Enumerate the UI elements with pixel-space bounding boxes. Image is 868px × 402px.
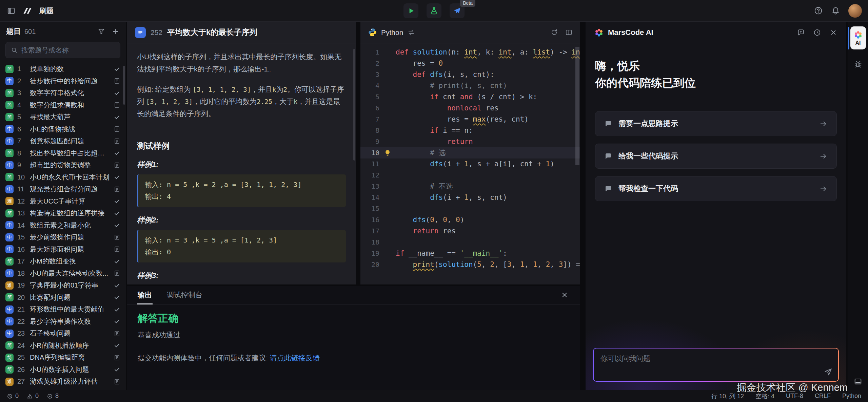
ai-suggestion-card[interactable]: 需要一点思路提示 — [595, 111, 837, 136]
problem-list-item[interactable]: 中16最大矩形面积问题 — [0, 244, 126, 256]
ai-greeting-line2: 你的代码陪练已到位 — [595, 75, 837, 91]
history-icon[interactable] — [813, 28, 821, 37]
ai-rail-button[interactable]: AI — [850, 26, 866, 49]
line-number: 20 — [360, 259, 379, 270]
problem-list-item[interactable]: 简4数字分组求偶数和 — [0, 99, 126, 111]
python-icon — [368, 28, 377, 37]
lightbulb-icon[interactable] — [379, 147, 396, 158]
problem-list-item[interactable]: 中7创意标题匹配问题 — [0, 135, 126, 147]
language-swap-icon[interactable] — [407, 28, 415, 36]
problem-list-item[interactable]: 简17小M的数组变换 — [0, 255, 126, 268]
close-output-icon[interactable] — [560, 291, 569, 300]
code-line: 7 res = max(res, cnt) — [360, 114, 580, 125]
check-icon — [114, 294, 120, 301]
problem-paragraphs: 小U找到这样的子序列，并且求出其中最长的子序列长度。如果无法找到平均数大于k的子… — [137, 51, 346, 120]
problem-list-item[interactable]: 中11观光景点组合得分问题 — [0, 183, 126, 195]
code-line: 20 print(solution(5, 2, [3, 1, 1, 2, 3])… — [360, 259, 580, 270]
problem-title: 小E的怪物挑战 — [30, 125, 110, 134]
sidebar-scrollbar[interactable] — [123, 66, 125, 105]
problem-list-item[interactable]: 简25DNA序列编辑距离 — [0, 352, 126, 364]
problem-list-item[interactable]: 中2徒步旅行中的补给问题 — [0, 75, 126, 87]
code-lines[interactable]: 1def solution(n: int, k: int, a: list) -… — [360, 43, 580, 270]
problem-title: 数组元素之和最小化 — [30, 221, 110, 230]
warnings-indicator[interactable]: 0 — [27, 393, 39, 400]
code-line: 16 dfs(0, 0, 0) — [360, 214, 580, 226]
panel-toggle-icon[interactable] — [854, 377, 862, 386]
problem-list-item[interactable]: 中14数组元素之和最小化 — [0, 219, 126, 232]
run-button[interactable] — [403, 3, 418, 18]
avatar[interactable] — [848, 4, 862, 18]
deploy-button[interactable]: Beta — [450, 3, 465, 18]
search-input[interactable] — [21, 46, 115, 54]
problem-list-item[interactable]: 简24小R的随机播放顺序 — [0, 340, 126, 352]
close-ai-icon[interactable] — [829, 28, 837, 37]
problem-list-item[interactable]: 中22最少字符串操作次数 — [0, 316, 126, 328]
problem-list-item[interactable]: 中21环形数组中的最大贡献值 — [0, 303, 126, 316]
ai-suggestion-card[interactable]: 帮我检查一下代码 — [595, 176, 837, 201]
problem-number: 24 — [17, 342, 26, 350]
problem-title: 最少前缀操作问题 — [30, 233, 110, 242]
check-icon — [114, 222, 120, 229]
marscode-ai-logo-icon — [594, 28, 604, 37]
problem-list-item[interactable]: 简5寻找最大葫芦 — [0, 111, 126, 123]
gutter-space — [379, 203, 396, 214]
ai-question-input[interactable] — [594, 348, 838, 381]
problem-list-item[interactable]: 难12最大UCC子串计算 — [0, 195, 126, 208]
problem-list-item[interactable]: 中23石子移动问题 — [0, 327, 126, 340]
line-number: 16 — [360, 214, 379, 226]
output-panel: 输出调试控制台 解答正确 恭喜成功通过 提交功能内测体验中，任何问题或者建议: … — [127, 286, 580, 390]
note-icon — [114, 246, 120, 253]
problem-paragraph: 小U找到这样的子序列，并且求出其中最长的子序列长度。如果无法找到平均数大于k的子… — [137, 51, 346, 75]
help-icon[interactable] — [814, 6, 823, 15]
problem-list-item[interactable]: 中6小E的怪物挑战 — [0, 123, 126, 135]
sidebar-toggle-icon[interactable] — [7, 6, 16, 15]
sample-input: 输入: n = 3 ,k = 5 ,a = [1, 2, 3] — [145, 234, 339, 246]
problem-number: 21 — [17, 305, 26, 313]
info-icon — [47, 393, 53, 399]
problem-list-item[interactable]: 中18小U的最大连续移动次数... — [0, 268, 126, 280]
ai-suggestion-card[interactable]: 给我一些代码提示 — [595, 144, 837, 169]
problem-title: 数字字符串格式化 — [30, 88, 110, 98]
feedback-link[interactable]: 请点此链接反馈 — [270, 354, 320, 362]
language-label[interactable]: Python — [381, 28, 403, 37]
problem-list-item[interactable]: 简20比赛配对问题 — [0, 292, 126, 304]
line-number: 2 — [360, 58, 379, 69]
difficulty-badge: 简 — [5, 89, 14, 97]
send-icon[interactable] — [824, 367, 833, 378]
editor-scrollbar[interactable] — [575, 47, 579, 165]
filter-icon[interactable] — [97, 27, 105, 36]
problem-list-item[interactable]: 难27游戏英雄升级潜力评估 — [0, 376, 126, 388]
problem-list-item[interactable]: 简1找单独的数 — [0, 63, 126, 75]
difficulty-badge: 难 — [5, 378, 14, 386]
new-chat-icon[interactable] — [797, 28, 805, 37]
errors-indicator[interactable]: 0 — [7, 393, 19, 400]
difficulty-badge: 简 — [5, 149, 14, 157]
problem-number: 16 — [17, 246, 26, 253]
add-problem-icon[interactable] — [112, 27, 120, 36]
problem-scrollbar[interactable] — [353, 49, 355, 161]
problem-list-item[interactable]: 简10小U的永久代币卡回本计划 — [0, 171, 126, 184]
problem-list-item[interactable]: 中15最少前缀操作问题 — [0, 231, 126, 244]
difficulty-badge: 中 — [5, 125, 14, 133]
problem-list-item[interactable]: 简13构造特定数组的逆序拼接 — [0, 207, 126, 219]
check-icon — [114, 366, 120, 373]
problem-title: 找出整型数组中占比超过... — [30, 149, 110, 158]
test-button[interactable] — [427, 3, 441, 18]
problem-list-item[interactable]: 简8找出整型数组中占比超过... — [0, 147, 126, 160]
code-line: 8 if i == n: — [360, 125, 580, 136]
problem-list-item[interactable]: 简3数字字符串格式化 — [0, 87, 126, 99]
split-view-icon[interactable] — [565, 28, 573, 36]
problem-list-item[interactable]: 简26小U的数字插入问题 — [0, 364, 126, 376]
problem-number: 15 — [17, 233, 26, 241]
code-editor-panel[interactable]: Python 1def soluti — [360, 22, 580, 284]
output-tab[interactable]: 输出 — [137, 285, 153, 304]
notifications-indicator[interactable]: 8 — [47, 393, 59, 400]
problem-list-item[interactable]: 难19字典序最小的01字符串 — [0, 279, 126, 292]
debug-rail-icon[interactable] — [854, 60, 863, 68]
problem-list-item[interactable]: 中9超市里的货物架调整 — [0, 159, 126, 171]
problem-type-icon — [135, 27, 146, 38]
difficulty-badge: 中 — [5, 245, 14, 253]
output-tab[interactable]: 调试控制台 — [166, 285, 203, 304]
reset-code-icon[interactable] — [550, 28, 558, 36]
bell-icon[interactable] — [831, 6, 840, 15]
